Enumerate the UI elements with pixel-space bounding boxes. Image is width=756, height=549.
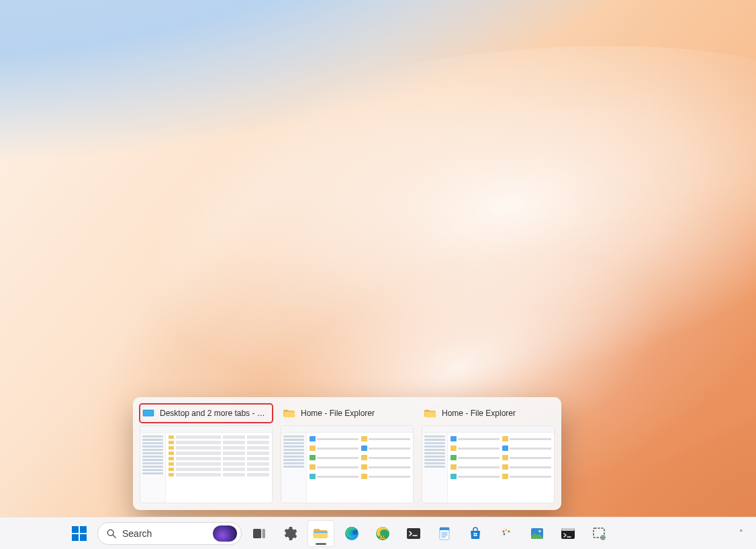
svg-rect-29 <box>561 528 575 531</box>
svg-rect-1 <box>144 411 154 416</box>
taskbar: Search <box>0 517 756 549</box>
preview-card-2[interactable]: Home - File Explorer <box>422 404 555 503</box>
svg-text:CAN: CAN <box>379 535 387 539</box>
photos-button[interactable] <box>524 520 551 547</box>
folder-icon <box>424 409 436 418</box>
gear-icon <box>282 525 298 542</box>
search-icon <box>106 528 117 539</box>
snipping-tool-button[interactable] <box>585 520 612 547</box>
start-button[interactable] <box>65 520 93 547</box>
chevron-up-icon: ˄ <box>739 529 743 538</box>
edge-icon <box>344 525 360 542</box>
file-explorer-button[interactable] <box>308 520 334 547</box>
svg-rect-21 <box>475 534 477 536</box>
preview-title: Home - File Explorer <box>442 409 551 418</box>
terminal-icon <box>406 525 422 542</box>
svg-rect-11 <box>407 528 420 539</box>
preview-card-header: Home - File Explorer <box>281 404 414 423</box>
command-prompt-button[interactable] <box>555 520 581 547</box>
edge-button[interactable] <box>338 520 365 547</box>
svg-rect-19 <box>475 533 477 534</box>
svg-rect-14 <box>440 527 449 530</box>
taskbar-search[interactable]: Search <box>97 522 242 545</box>
paint-icon <box>498 525 514 542</box>
preview-title: Home - File Explorer <box>301 409 410 418</box>
store-button[interactable] <box>462 520 489 547</box>
photos-icon <box>529 525 545 542</box>
svg-rect-18 <box>474 533 475 534</box>
svg-point-25 <box>504 533 506 535</box>
windows-logo-icon <box>72 526 87 541</box>
system-tray: ˄ <box>732 520 751 547</box>
svg-point-23 <box>506 529 508 531</box>
notepad-button[interactable] <box>431 520 458 547</box>
snipping-tool-icon <box>591 525 607 542</box>
preview-card-0[interactable]: Desktop and 2 more tabs - … <box>140 404 273 503</box>
preview-thumbnail <box>422 425 555 503</box>
preview-card-1[interactable]: Home - File Explorer <box>281 404 414 503</box>
terminal-button[interactable] <box>400 520 427 547</box>
svg-point-27 <box>538 530 541 532</box>
notepad-icon <box>436 525 453 542</box>
svg-point-24 <box>508 530 510 532</box>
tray-overflow-button[interactable]: ˄ <box>732 520 751 547</box>
task-view-icon <box>251 525 267 542</box>
taskbar-preview-flyout: Desktop and 2 more tabs - … <box>133 397 561 510</box>
svg-rect-4 <box>253 529 261 538</box>
command-prompt-icon <box>560 525 576 542</box>
settings-button[interactable] <box>277 520 303 547</box>
edge-canary-button[interactable]: CAN <box>369 520 396 547</box>
task-view-button[interactable] <box>246 520 273 547</box>
store-icon <box>467 525 483 542</box>
svg-rect-6 <box>314 532 328 533</box>
preview-thumbnail <box>281 425 414 503</box>
svg-point-22 <box>503 530 505 532</box>
search-placeholder: Search <box>122 528 207 539</box>
taskbar-center: Search <box>65 520 612 547</box>
desktop-icon <box>142 409 154 418</box>
folder-icon <box>283 409 295 418</box>
preview-card-header: Home - File Explorer <box>422 404 555 423</box>
paint-button[interactable] <box>493 520 520 547</box>
edge-canary-icon: CAN <box>375 525 391 542</box>
search-highlight-art <box>213 525 237 542</box>
svg-rect-5 <box>263 529 266 538</box>
svg-rect-20 <box>474 534 475 536</box>
folder-icon <box>313 525 329 542</box>
preview-card-header: Desktop and 2 more tabs - … <box>140 404 273 423</box>
preview-title: Desktop and 2 more tabs - … <box>160 409 269 418</box>
svg-line-3 <box>113 535 115 538</box>
preview-thumbnail <box>140 425 273 503</box>
